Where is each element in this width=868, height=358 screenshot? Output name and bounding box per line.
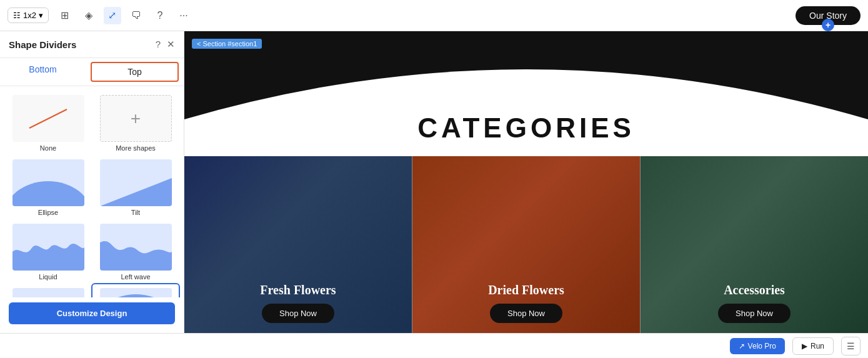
panel-header-icons: ? ✕ xyxy=(156,39,175,50)
top-toolbar: ☷ 1x2 ▾ ⊞ ◈ ⤢ 🗨 ? ··· Our Story + xyxy=(0,0,868,31)
svg-rect-7 xyxy=(12,288,84,297)
velo-pro-button[interactable]: ↗ Velo Pro xyxy=(730,338,785,354)
panel-header: Shape Dividers ? ✕ xyxy=(0,31,184,58)
card-dried-flowers: Dried Flowers Shop Now xyxy=(412,156,641,333)
card-fresh-flowers-title: Fresh Flowers xyxy=(260,283,336,297)
shape-paint-scribble-preview xyxy=(12,288,84,297)
shape-more[interactable]: + More shapes xyxy=(92,91,179,154)
card-dried-flowers-content: Dried Flowers Shop Now xyxy=(488,283,564,323)
shape-liquid-label: Liquid xyxy=(39,273,57,281)
shape-ellipse-label: Ellipse xyxy=(38,209,58,216)
toolbar-icons: ⊞ ◈ ⤢ 🗨 ? ··· xyxy=(56,7,192,24)
bottom-bar: ↗ Velo Pro ▶ Run ☰ xyxy=(0,333,868,358)
card-fresh-flowers: Fresh Flowers Shop Now xyxy=(184,156,412,333)
settings-button[interactable]: ☰ xyxy=(841,337,861,356)
section-select-label: 1x2 xyxy=(23,11,36,20)
shape-left-wave-preview xyxy=(100,224,172,271)
card-dried-flowers-title: Dried Flowers xyxy=(488,283,564,297)
grid-small-icon: ☷ xyxy=(13,11,21,20)
shape-more-preview: + xyxy=(100,95,172,142)
categories-title: CATEGORIES xyxy=(417,112,635,143)
section-select[interactable]: ☷ 1x2 ▾ xyxy=(7,7,49,23)
tab-top[interactable]: Top xyxy=(91,62,179,82)
canvas-area: < Section #section1 CATEGORIES Fresh Flo… xyxy=(184,31,868,333)
panel-title: Shape Dividers xyxy=(9,39,76,50)
shape-left-wave-label: Left wave xyxy=(121,273,150,281)
shop-now-fresh-flowers[interactable]: Shop Now xyxy=(262,304,334,323)
shape-none-preview xyxy=(12,95,84,142)
shape-none-label: None xyxy=(40,144,56,152)
shape-tilt[interactable]: Tilt xyxy=(92,156,179,219)
card-accessories-title: Accessories xyxy=(718,283,791,297)
shape-none[interactable]: None xyxy=(5,91,91,154)
shape-liquid[interactable]: Liquid xyxy=(5,220,91,283)
shape-inverted-ellipse[interactable]: Inverted ellipse ↖ xyxy=(92,284,179,297)
chevron-down-icon: ▾ xyxy=(39,11,43,20)
shop-now-dried-flowers[interactable]: Shop Now xyxy=(490,304,562,323)
comment-icon[interactable]: 🗨 xyxy=(127,7,145,24)
shape-grid: None + More shapes Ellipse xyxy=(0,86,184,297)
tab-bottom[interactable]: Bottom xyxy=(0,58,86,86)
shape-left-wave[interactable]: Left wave xyxy=(92,220,179,283)
card-accessories-content: Accessories Shop Now xyxy=(718,283,791,323)
shape-more-label: More shapes xyxy=(116,144,156,152)
card-accessories: Accessories Shop Now xyxy=(641,156,868,333)
panel-close-icon[interactable]: ✕ xyxy=(167,39,175,50)
external-link-icon: ↗ xyxy=(739,342,745,351)
more-icon[interactable]: ··· xyxy=(175,7,192,24)
shape-ellipse-preview xyxy=(12,159,84,206)
customize-design-button[interactable]: Customize Design xyxy=(9,302,175,324)
nav-pill[interactable]: Our Story + xyxy=(796,6,861,25)
shape-dividers-panel: Shape Dividers ? ✕ Bottom Top xyxy=(0,31,184,333)
main-layout: Shape Dividers ? ✕ Bottom Top xyxy=(0,31,868,333)
shape-tilt-label: Tilt xyxy=(131,209,140,216)
shop-now-accessories[interactable]: Shop Now xyxy=(718,304,791,323)
shape-tabs: Bottom Top xyxy=(0,58,184,86)
category-cards: Fresh Flowers Shop Now Dried Flowers Sho… xyxy=(184,156,868,333)
shape-paint-scribble[interactable]: Paint scribble xyxy=(5,284,91,297)
help-icon[interactable]: ? xyxy=(151,7,169,24)
shape-ellipse[interactable]: Ellipse xyxy=(5,156,91,219)
nav-pill-plus-icon[interactable]: + xyxy=(822,19,834,31)
shape-liquid-preview xyxy=(12,224,84,271)
run-button[interactable]: ▶ Run xyxy=(792,337,834,355)
card-fresh-flowers-content: Fresh Flowers Shop Now xyxy=(260,283,336,323)
layers-icon[interactable]: ◈ xyxy=(80,7,97,24)
shape-inverted-ellipse-preview xyxy=(100,288,172,297)
add-section-icon[interactable]: ⊞ xyxy=(56,7,74,24)
stretch-icon[interactable]: ⤢ xyxy=(104,7,121,24)
section-label: < Section #section1 xyxy=(192,39,262,49)
play-icon: ▶ xyxy=(802,342,807,351)
panel-help-icon[interactable]: ? xyxy=(156,39,161,50)
svg-line-0 xyxy=(29,109,67,128)
shape-tilt-preview xyxy=(100,159,172,206)
